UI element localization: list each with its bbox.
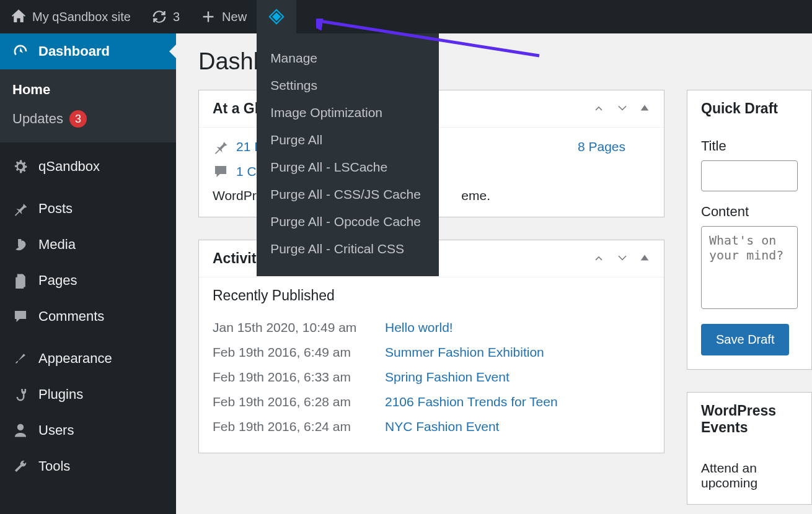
activity-title-link[interactable]: Summer Fashion Exhibition (385, 345, 544, 360)
menu-plugins-label: Plugins (38, 386, 83, 403)
menu-comments[interactable]: Comments (0, 298, 176, 334)
quickdraft-title-label: Title (701, 138, 798, 154)
activity-row: Feb 19th 2016, 6:28 am 2106 Fashion Tren… (213, 390, 650, 414)
submenu-updates[interactable]: Updates 3 (0, 104, 176, 134)
menu-pages[interactable]: Pages (0, 263, 176, 298)
menu-users[interactable]: Users (0, 412, 176, 448)
glance-pages-text: 8 Pages (578, 139, 625, 154)
activity-row: Feb 19th 2016, 6:49 am Summer Fashion Ex… (213, 340, 650, 365)
activity-date: Feb 19th 2016, 6:49 am (213, 345, 385, 360)
refresh-icon (151, 8, 168, 25)
activity-title-link[interactable]: NYC Fashion Event (385, 419, 499, 434)
events-text: Attend an upcoming (701, 457, 798, 490)
updates-badge: 3 (69, 110, 87, 128)
dropdown-purge-opcode[interactable]: Purge All - Opcode Cache (257, 208, 439, 235)
adminbar-updates[interactable]: 3 (141, 0, 190, 33)
menu-appearance[interactable]: Appearance (0, 341, 176, 377)
chevron-up-icon[interactable] (592, 101, 606, 117)
activity-title-link[interactable]: Spring Fashion Event (385, 370, 510, 385)
events-body: Attend an upcoming (687, 446, 811, 504)
quickdraft-heading: Quick Draft (701, 100, 778, 117)
quickdraft-content-textarea[interactable] (701, 226, 798, 309)
plus-icon (200, 8, 217, 25)
adminbar-site-name: My qSandbox site (32, 10, 131, 24)
menu-media[interactable]: Media (0, 227, 176, 263)
activity-body: Recently Published Jan 15th 2020, 10:49 … (199, 277, 664, 453)
litespeed-dropdown: Manage Settings Image Optimization Purge… (257, 33, 439, 276)
home-icon (10, 8, 27, 25)
menu-dashboard[interactable]: Dashboard (0, 33, 176, 69)
dropdown-purge-cssjs[interactable]: Purge All - CSS/JS Cache (257, 181, 439, 208)
chevron-down-icon[interactable] (616, 101, 629, 117)
dropdown-purge-critical[interactable]: Purge All - Critical CSS (257, 235, 439, 263)
menu-appearance-label: Appearance (38, 351, 112, 367)
plug-icon (11, 385, 30, 404)
menu-posts[interactable]: Posts (0, 191, 176, 227)
menu-plugins[interactable]: Plugins (0, 377, 176, 412)
dropdown-settings[interactable]: Settings (257, 72, 439, 99)
menu-posts-label: Posts (38, 201, 73, 217)
activity-date: Feb 19th 2016, 6:24 am (213, 419, 385, 434)
dropdown-purge-all[interactable]: Purge All (257, 126, 439, 154)
dropdown-manage[interactable]: Manage (257, 45, 439, 72)
activity-date: Feb 19th 2016, 6:28 am (213, 394, 385, 409)
dashboard-icon (11, 42, 30, 61)
menu-dashboard-label: Dashboard (38, 43, 110, 59)
quickdraft-content-label: Content (701, 204, 798, 220)
quickdraft-body: Title Content Save Draft (687, 127, 811, 369)
widget-header: Quick Draft (687, 90, 811, 127)
comment-icon (11, 307, 30, 326)
activity-subheading: Recently Published (213, 277, 650, 315)
litespeed-icon (268, 8, 285, 25)
dropdown-image-optimization[interactable]: Image Optimization (257, 99, 439, 126)
chevron-down-icon[interactable] (616, 251, 629, 267)
submenu-updates-label: Updates (12, 111, 63, 127)
widget-quick-draft: Quick Draft Title Content Save Draft (687, 90, 812, 370)
submenu-home[interactable]: Home (0, 76, 176, 104)
activity-row: Jan 15th 2020, 10:49 am Hello world! (213, 315, 650, 340)
menu-qsandbox[interactable]: qSandbox (0, 149, 176, 185)
menu-tools-label: Tools (38, 458, 70, 474)
adminbar-updates-count: 3 (173, 10, 180, 24)
activity-date: Jan 15th 2020, 10:49 am (213, 320, 385, 335)
admin-bar: My qSandbox site 3 New Manage Settings I… (0, 0, 812, 33)
user-icon (11, 421, 30, 440)
activity-title-link[interactable]: 2106 Fashion Trends for Teen (385, 394, 558, 409)
activity-row: Feb 19th 2016, 6:33 am Spring Fashion Ev… (213, 365, 650, 390)
submenu-dashboard: Home Updates 3 (0, 69, 176, 142)
menu-tools[interactable]: Tools (0, 448, 176, 484)
events-heading: WordPress Events (701, 403, 798, 436)
save-draft-button[interactable]: Save Draft (701, 324, 789, 355)
widget-handle-actions (592, 101, 650, 117)
quickdraft-title-input[interactable] (701, 160, 798, 191)
dropdown-purge-lscache[interactable]: Purge All - LSCache (257, 154, 439, 181)
pin-icon (11, 199, 30, 218)
menu-users-label: Users (38, 422, 74, 438)
widget-handle-actions (592, 251, 650, 267)
glance-pages[interactable]: 8 Pages (578, 139, 625, 155)
activity-row: Feb 19th 2016, 6:24 am NYC Fashion Event (213, 414, 650, 439)
brush-icon (11, 349, 30, 368)
pages-icon (11, 271, 30, 290)
adminbar-site-link[interactable]: My qSandbox site (0, 0, 141, 33)
adminbar-new-label: New (222, 10, 247, 24)
menu-comments-label: Comments (38, 308, 104, 325)
triangle-up-icon[interactable] (639, 102, 650, 116)
widget-events: WordPress Events Attend an upcoming (687, 392, 812, 505)
activity-title-link[interactable]: Hello world! (385, 320, 453, 335)
adminbar-new[interactable]: New (190, 0, 257, 33)
menu-media-label: Media (38, 237, 76, 253)
chevron-up-icon[interactable] (592, 251, 606, 267)
media-icon (11, 235, 30, 254)
gear-icon (11, 157, 30, 176)
menu-pages-label: Pages (38, 272, 77, 289)
adminbar-litespeed-menu[interactable]: Manage Settings Image Optimization Purge… (257, 0, 296, 33)
widget-header: WordPress Events (687, 393, 811, 446)
wrench-icon (11, 457, 30, 476)
menu-qsandbox-label: qSandbox (38, 159, 100, 175)
activity-date: Feb 19th 2016, 6:33 am (213, 370, 385, 385)
admin-sidebar: Dashboard Home Updates 3 qSandbox Posts … (0, 33, 176, 514)
triangle-up-icon[interactable] (639, 252, 650, 266)
